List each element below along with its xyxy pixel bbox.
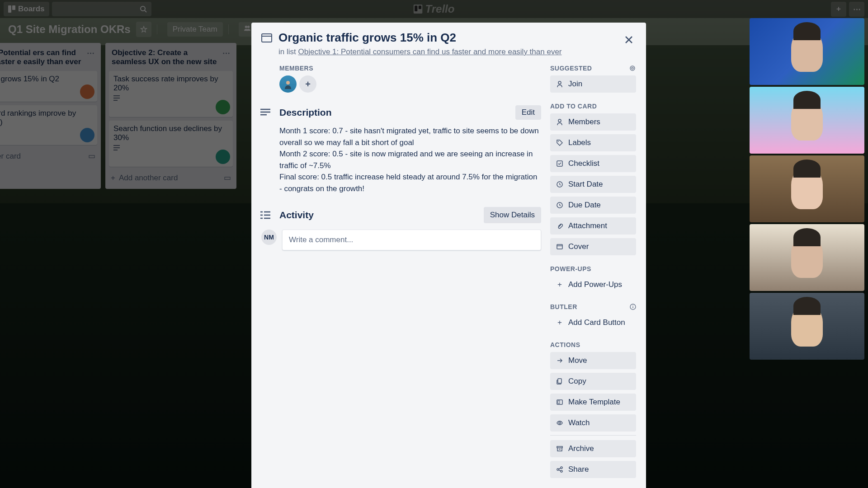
svg-point-45 (559, 422, 561, 424)
card-title[interactable]: Organic traffic grows 15% in Q2 (278, 31, 562, 45)
share-icon (556, 466, 564, 473)
svg-rect-37 (557, 244, 562, 249)
close-button[interactable] (620, 31, 638, 49)
add-card-button-automation[interactable]: +Add Card Button (550, 314, 636, 331)
copy-button[interactable]: Copy (550, 373, 636, 390)
checklist-icon (556, 160, 564, 167)
svg-point-29 (630, 66, 635, 70)
cover-button[interactable]: Cover (550, 238, 636, 255)
plus-icon: + (556, 280, 564, 289)
butler-label: BUTLER (550, 303, 636, 310)
clock-icon (556, 181, 564, 188)
due-date-button[interactable]: Due Date (550, 197, 636, 214)
move-button[interactable]: Move (550, 352, 636, 369)
start-date-button[interactable]: Start Date (550, 176, 636, 193)
description-icon (260, 108, 270, 117)
list-link[interactable]: Objective 1: Potential consumers can fin… (298, 47, 561, 56)
clock-icon (556, 202, 564, 208)
plus-icon: + (556, 318, 564, 327)
attachment-icon (556, 223, 564, 229)
arrow-right-icon (556, 357, 564, 364)
svg-point-32 (558, 119, 561, 122)
cover-icon (556, 244, 564, 250)
make-template-button[interactable]: Make Template (550, 394, 636, 411)
svg-point-49 (561, 470, 562, 472)
video-tile[interactable] (750, 293, 864, 360)
members-button[interactable]: Members (550, 113, 636, 131)
member-avatar[interactable] (279, 75, 297, 93)
svg-point-48 (561, 467, 562, 469)
comment-input[interactable]: Write a comment... (282, 230, 541, 250)
svg-point-31 (558, 81, 561, 84)
svg-line-50 (559, 468, 561, 469)
gear-icon[interactable] (629, 65, 636, 72)
powerups-label: POWER-UPS (550, 265, 636, 272)
description-text[interactable]: Month 1 score: 0.7 - site hasn't migrate… (279, 125, 541, 194)
suggested-label: SUGGESTED (550, 65, 636, 72)
close-icon (625, 36, 633, 44)
user-icon (556, 119, 564, 125)
svg-line-51 (559, 470, 561, 471)
activity-heading: Activity (279, 210, 484, 221)
add-powerups-button[interactable]: +Add Power-Ups (550, 276, 636, 293)
svg-point-47 (557, 469, 559, 470)
share-button[interactable]: Share (550, 461, 636, 478)
card-modal: Organic traffic grows 15% in Q2 in list … (251, 23, 646, 488)
card-location: in list Objective 1: Potential consumers… (278, 47, 562, 56)
user-icon (556, 81, 564, 87)
copy-icon (556, 378, 564, 385)
svg-rect-44 (558, 401, 560, 404)
info-icon[interactable] (630, 304, 636, 310)
edit-button[interactable]: Edit (515, 105, 541, 120)
current-user-avatar: NM (261, 230, 277, 245)
video-tile[interactable] (750, 224, 864, 291)
svg-rect-17 (262, 34, 272, 42)
video-call-panel (750, 18, 864, 360)
svg-point-19 (286, 81, 290, 84)
svg-point-30 (632, 67, 633, 69)
actions-label: ACTIONS (550, 341, 636, 348)
video-tile[interactable] (750, 18, 864, 85)
archive-button[interactable]: Archive (550, 440, 636, 457)
labels-button[interactable]: Labels (550, 134, 636, 151)
video-tile[interactable] (750, 87, 864, 154)
checklist-button[interactable]: Checklist (550, 155, 636, 172)
video-tile[interactable] (750, 155, 864, 222)
svg-point-33 (558, 141, 559, 142)
join-button[interactable]: Join (550, 75, 636, 93)
attachment-button[interactable]: Attachment (550, 217, 636, 235)
add-to-card-label: ADD TO CARD (550, 103, 636, 110)
archive-icon (556, 446, 564, 452)
eye-icon (556, 420, 564, 426)
svg-rect-46 (557, 446, 562, 448)
svg-point-41 (632, 305, 633, 306)
card-icon (261, 33, 272, 42)
svg-rect-42 (558, 379, 561, 383)
watch-button[interactable]: Watch (550, 414, 636, 432)
members-label: MEMBERS (279, 65, 541, 72)
activity-icon (260, 211, 270, 219)
show-details-button[interactable]: Show Details (484, 207, 541, 223)
description-heading: Description (279, 107, 509, 118)
label-icon (556, 140, 564, 146)
template-icon (556, 399, 564, 405)
add-member-button[interactable]: + (299, 75, 316, 93)
